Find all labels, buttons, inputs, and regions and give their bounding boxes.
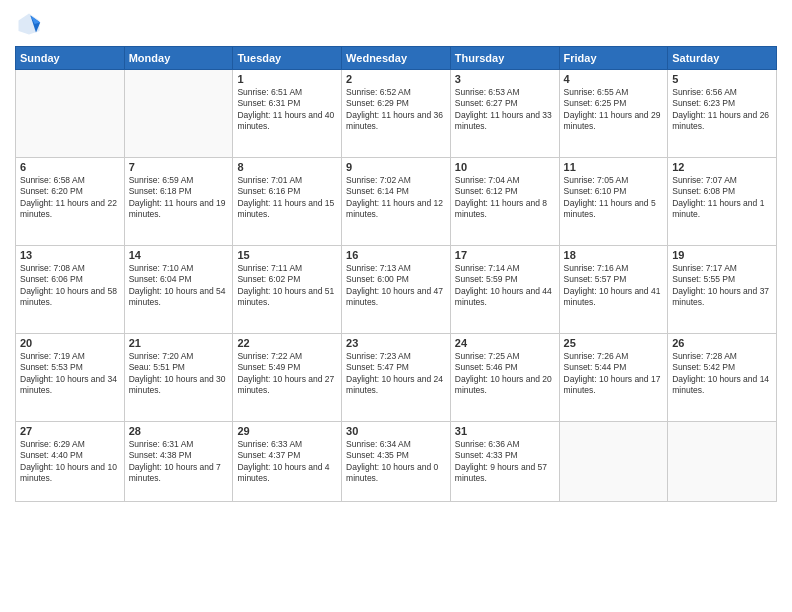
cell-content: Sunrise: 6:36 AM Sunset: 4:33 PM Dayligh… — [455, 439, 555, 485]
calendar-cell — [124, 70, 233, 158]
calendar-cell: 2Sunrise: 6:52 AM Sunset: 6:29 PM Daylig… — [342, 70, 451, 158]
calendar-cell: 23Sunrise: 7:23 AM Sunset: 5:47 PM Dayli… — [342, 334, 451, 422]
calendar-cell: 8Sunrise: 7:01 AM Sunset: 6:16 PM Daylig… — [233, 158, 342, 246]
day-of-week-sunday: Sunday — [16, 47, 125, 70]
day-number: 19 — [672, 249, 772, 261]
calendar-cell: 10Sunrise: 7:04 AM Sunset: 6:12 PM Dayli… — [450, 158, 559, 246]
calendar-cell: 3Sunrise: 6:53 AM Sunset: 6:27 PM Daylig… — [450, 70, 559, 158]
day-number: 5 — [672, 73, 772, 85]
cell-content: Sunrise: 7:14 AM Sunset: 5:59 PM Dayligh… — [455, 263, 555, 309]
day-number: 29 — [237, 425, 337, 437]
cell-content: Sunrise: 7:17 AM Sunset: 5:55 PM Dayligh… — [672, 263, 772, 309]
calendar-cell: 12Sunrise: 7:07 AM Sunset: 6:08 PM Dayli… — [668, 158, 777, 246]
calendar-cell: 26Sunrise: 7:28 AM Sunset: 5:42 PM Dayli… — [668, 334, 777, 422]
cell-content: Sunrise: 7:11 AM Sunset: 6:02 PM Dayligh… — [237, 263, 337, 309]
cell-content: Sunrise: 7:20 AM Seau: 5:51 PM Daylight:… — [129, 351, 229, 397]
calendar-cell: 16Sunrise: 7:13 AM Sunset: 6:00 PM Dayli… — [342, 246, 451, 334]
day-number: 2 — [346, 73, 446, 85]
logo — [15, 10, 47, 38]
cell-content: Sunrise: 6:53 AM Sunset: 6:27 PM Dayligh… — [455, 87, 555, 133]
day-of-week-friday: Friday — [559, 47, 668, 70]
day-number: 3 — [455, 73, 555, 85]
day-of-week-wednesday: Wednesday — [342, 47, 451, 70]
cell-content: Sunrise: 6:34 AM Sunset: 4:35 PM Dayligh… — [346, 439, 446, 485]
cell-content: Sunrise: 6:29 AM Sunset: 4:40 PM Dayligh… — [20, 439, 120, 485]
cell-content: Sunrise: 6:58 AM Sunset: 6:20 PM Dayligh… — [20, 175, 120, 221]
day-number: 10 — [455, 161, 555, 173]
day-number: 27 — [20, 425, 120, 437]
day-number: 4 — [564, 73, 664, 85]
cell-content: Sunrise: 7:13 AM Sunset: 6:00 PM Dayligh… — [346, 263, 446, 309]
page: SundayMondayTuesdayWednesdayThursdayFrid… — [0, 0, 792, 612]
day-number: 16 — [346, 249, 446, 261]
day-number: 8 — [237, 161, 337, 173]
calendar-cell: 13Sunrise: 7:08 AM Sunset: 6:06 PM Dayli… — [16, 246, 125, 334]
day-number: 25 — [564, 337, 664, 349]
cell-content: Sunrise: 6:31 AM Sunset: 4:38 PM Dayligh… — [129, 439, 229, 485]
cell-content: Sunrise: 7:04 AM Sunset: 6:12 PM Dayligh… — [455, 175, 555, 221]
cell-content: Sunrise: 7:22 AM Sunset: 5:49 PM Dayligh… — [237, 351, 337, 397]
week-row-1: 1Sunrise: 6:51 AM Sunset: 6:31 PM Daylig… — [16, 70, 777, 158]
day-number: 7 — [129, 161, 229, 173]
day-number: 28 — [129, 425, 229, 437]
cell-content: Sunrise: 7:10 AM Sunset: 6:04 PM Dayligh… — [129, 263, 229, 309]
calendar-cell: 22Sunrise: 7:22 AM Sunset: 5:49 PM Dayli… — [233, 334, 342, 422]
cell-content: Sunrise: 7:16 AM Sunset: 5:57 PM Dayligh… — [564, 263, 664, 309]
day-number: 31 — [455, 425, 555, 437]
cell-content: Sunrise: 7:05 AM Sunset: 6:10 PM Dayligh… — [564, 175, 664, 221]
calendar-cell: 14Sunrise: 7:10 AM Sunset: 6:04 PM Dayli… — [124, 246, 233, 334]
calendar-cell: 1Sunrise: 6:51 AM Sunset: 6:31 PM Daylig… — [233, 70, 342, 158]
day-number: 30 — [346, 425, 446, 437]
cell-content: Sunrise: 6:56 AM Sunset: 6:23 PM Dayligh… — [672, 87, 772, 133]
calendar-cell — [668, 422, 777, 502]
calendar-cell: 18Sunrise: 7:16 AM Sunset: 5:57 PM Dayli… — [559, 246, 668, 334]
cell-content: Sunrise: 7:02 AM Sunset: 6:14 PM Dayligh… — [346, 175, 446, 221]
day-number: 11 — [564, 161, 664, 173]
day-number: 21 — [129, 337, 229, 349]
day-of-week-monday: Monday — [124, 47, 233, 70]
cell-content: Sunrise: 6:33 AM Sunset: 4:37 PM Dayligh… — [237, 439, 337, 485]
cell-content: Sunrise: 7:26 AM Sunset: 5:44 PM Dayligh… — [564, 351, 664, 397]
cell-content: Sunrise: 7:08 AM Sunset: 6:06 PM Dayligh… — [20, 263, 120, 309]
cell-content: Sunrise: 7:19 AM Sunset: 5:53 PM Dayligh… — [20, 351, 120, 397]
cell-content: Sunrise: 7:07 AM Sunset: 6:08 PM Dayligh… — [672, 175, 772, 221]
cell-content: Sunrise: 7:28 AM Sunset: 5:42 PM Dayligh… — [672, 351, 772, 397]
day-number: 18 — [564, 249, 664, 261]
day-number: 9 — [346, 161, 446, 173]
day-number: 13 — [20, 249, 120, 261]
day-number: 22 — [237, 337, 337, 349]
cell-content: Sunrise: 6:59 AM Sunset: 6:18 PM Dayligh… — [129, 175, 229, 221]
day-number: 6 — [20, 161, 120, 173]
calendar-cell: 15Sunrise: 7:11 AM Sunset: 6:02 PM Dayli… — [233, 246, 342, 334]
day-number: 1 — [237, 73, 337, 85]
calendar-cell: 21Sunrise: 7:20 AM Seau: 5:51 PM Dayligh… — [124, 334, 233, 422]
calendar-cell: 25Sunrise: 7:26 AM Sunset: 5:44 PM Dayli… — [559, 334, 668, 422]
calendar-cell — [16, 70, 125, 158]
calendar-cell: 27Sunrise: 6:29 AM Sunset: 4:40 PM Dayli… — [16, 422, 125, 502]
calendar-cell: 5Sunrise: 6:56 AM Sunset: 6:23 PM Daylig… — [668, 70, 777, 158]
cell-content: Sunrise: 7:01 AM Sunset: 6:16 PM Dayligh… — [237, 175, 337, 221]
calendar-cell: 29Sunrise: 6:33 AM Sunset: 4:37 PM Dayli… — [233, 422, 342, 502]
day-number: 15 — [237, 249, 337, 261]
calendar-cell: 17Sunrise: 7:14 AM Sunset: 5:59 PM Dayli… — [450, 246, 559, 334]
calendar-cell: 9Sunrise: 7:02 AM Sunset: 6:14 PM Daylig… — [342, 158, 451, 246]
calendar-cell: 28Sunrise: 6:31 AM Sunset: 4:38 PM Dayli… — [124, 422, 233, 502]
cell-content: Sunrise: 7:25 AM Sunset: 5:46 PM Dayligh… — [455, 351, 555, 397]
calendar-table: SundayMondayTuesdayWednesdayThursdayFrid… — [15, 46, 777, 502]
cell-content: Sunrise: 6:51 AM Sunset: 6:31 PM Dayligh… — [237, 87, 337, 133]
week-row-3: 13Sunrise: 7:08 AM Sunset: 6:06 PM Dayli… — [16, 246, 777, 334]
cell-content: Sunrise: 7:23 AM Sunset: 5:47 PM Dayligh… — [346, 351, 446, 397]
week-row-4: 20Sunrise: 7:19 AM Sunset: 5:53 PM Dayli… — [16, 334, 777, 422]
week-row-2: 6Sunrise: 6:58 AM Sunset: 6:20 PM Daylig… — [16, 158, 777, 246]
calendar-cell: 6Sunrise: 6:58 AM Sunset: 6:20 PM Daylig… — [16, 158, 125, 246]
calendar-cell: 11Sunrise: 7:05 AM Sunset: 6:10 PM Dayli… — [559, 158, 668, 246]
logo-icon — [15, 10, 43, 38]
calendar-cell: 24Sunrise: 7:25 AM Sunset: 5:46 PM Dayli… — [450, 334, 559, 422]
week-row-5: 27Sunrise: 6:29 AM Sunset: 4:40 PM Dayli… — [16, 422, 777, 502]
cell-content: Sunrise: 6:55 AM Sunset: 6:25 PM Dayligh… — [564, 87, 664, 133]
calendar-cell: 20Sunrise: 7:19 AM Sunset: 5:53 PM Dayli… — [16, 334, 125, 422]
calendar-cell: 4Sunrise: 6:55 AM Sunset: 6:25 PM Daylig… — [559, 70, 668, 158]
calendar-cell — [559, 422, 668, 502]
calendar-cell: 7Sunrise: 6:59 AM Sunset: 6:18 PM Daylig… — [124, 158, 233, 246]
calendar-cell: 19Sunrise: 7:17 AM Sunset: 5:55 PM Dayli… — [668, 246, 777, 334]
